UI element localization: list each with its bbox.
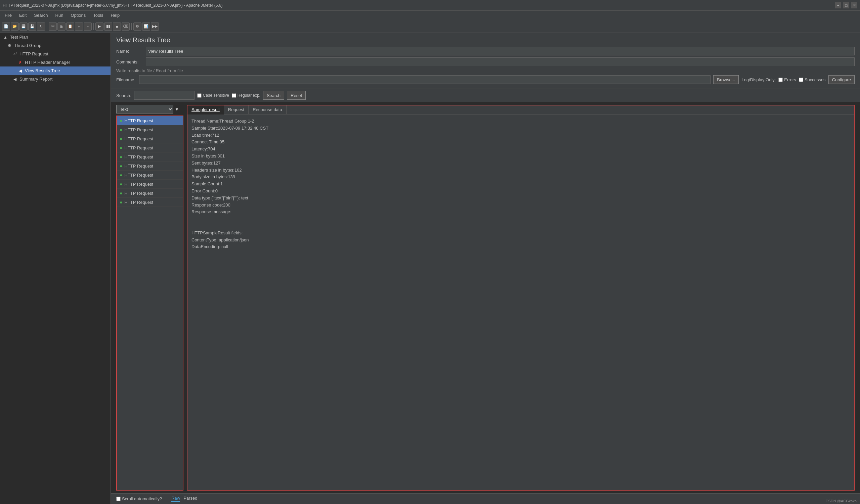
bottom-tab-raw[interactable]: Raw [171, 495, 180, 502]
result-success-icon-5: ● [119, 163, 122, 168]
name-input[interactable] [146, 47, 855, 55]
search-input[interactable] [134, 91, 195, 100]
configure-button[interactable]: Configure [828, 75, 855, 84]
result-item-0[interactable]: ● HTTP Request [117, 116, 183, 125]
toolbar-revert[interactable]: ↻ [37, 23, 45, 31]
result-item-3[interactable]: ● HTTP Request [117, 143, 183, 152]
successes-checkbox[interactable] [799, 77, 803, 82]
toolbar-copy[interactable]: 🗎 [57, 23, 66, 31]
sidebar-item-view-results-tree[interactable]: ◀ View Results Tree [0, 66, 111, 75]
results-list-container: Text HTML JSON XML CSS/JQuery Regexp Tes… [116, 105, 183, 491]
toolbar-collapse[interactable]: − [84, 23, 92, 31]
result-item-8[interactable]: ● HTTP Request [117, 189, 183, 198]
search-label: Search: [116, 93, 131, 98]
errors-checkbox-label[interactable]: Errors [778, 77, 796, 82]
menu-search[interactable]: Search [31, 11, 51, 19]
result-success-icon-6: ● [119, 172, 122, 178]
sidebar: ▲ Test Plan ⚙ Thread Group ✓/ HTTP Reque… [0, 33, 111, 504]
sidebar-item-test-plan[interactable]: ▲ Test Plan [0, 33, 111, 41]
result-item-7[interactable]: ● HTTP Request [117, 180, 183, 189]
text-format-select[interactable]: Text HTML JSON XML CSS/JQuery Regexp Tes… [116, 105, 173, 114]
scroll-automatically-checkbox[interactable] [116, 496, 120, 501]
toolbar-save[interactable]: 💾 [19, 23, 28, 31]
toolbar-remote[interactable]: ▶▶ [151, 23, 159, 31]
result-success-icon-8: ● [119, 190, 122, 196]
result-item-4[interactable]: ● HTTP Request [117, 152, 183, 162]
scroll-automatically-label[interactable]: Scroll automatically? [116, 496, 162, 501]
result-item-9[interactable]: ● HTTP Request [117, 198, 183, 207]
case-sensitive-option[interactable]: Case sensitive [197, 93, 229, 98]
search-button[interactable]: Search [263, 91, 284, 100]
tab-response-data[interactable]: Response data [248, 105, 286, 114]
result-label-6: HTTP Request [124, 173, 153, 178]
toolbar-clear[interactable]: ⌫ [121, 23, 130, 31]
tab-sampler-result[interactable]: Sampler result [187, 105, 224, 115]
view-results-icon: ◀ [17, 69, 23, 73]
bottom-area: Scroll automatically? Raw Parsed [111, 493, 860, 504]
sidebar-item-summary-report[interactable]: ◀ Summary Report [0, 75, 111, 83]
bottom-tabs: Raw Parsed [164, 495, 197, 502]
sidebar-item-label-thread-group: Thread Group [14, 43, 41, 48]
toolbar-paste[interactable]: 📋 [66, 23, 74, 31]
toolbar-chart[interactable]: 📊 [142, 23, 150, 31]
result-success-icon-9: ● [119, 199, 122, 205]
result-success-icon-4: ● [119, 154, 122, 160]
window-controls: − □ ✕ [835, 2, 857, 9]
toolbar-separator-3 [131, 23, 132, 30]
toolbar-new[interactable]: 📄 [2, 23, 10, 31]
menu-help[interactable]: Help [108, 11, 123, 19]
case-sensitive-label: Case sensitive [203, 93, 229, 98]
menu-options[interactable]: Options [67, 11, 89, 19]
panel-title: View Results Tree [116, 36, 855, 44]
toolbar-stop[interactable]: ▮▮ [104, 23, 112, 31]
result-label-3: HTTP Request [124, 145, 153, 150]
comments-input[interactable] [146, 57, 855, 66]
results-list: ● HTTP Request ● HTTP Request ● HTTP Req… [116, 116, 183, 491]
sidebar-item-label-http-header: HTTP Header Manager [25, 60, 70, 65]
toolbar-run[interactable]: ▶ [96, 23, 103, 31]
close-button[interactable]: ✕ [851, 2, 857, 9]
result-item-6[interactable]: ● HTTP Request [117, 171, 183, 180]
result-item-5[interactable]: ● HTTP Request [117, 162, 183, 171]
sidebar-item-http-request[interactable]: ✓/ HTTP Request [0, 50, 111, 58]
toolbar-open[interactable]: 📂 [11, 23, 19, 31]
toolbar-cut[interactable]: ✄ [49, 23, 57, 31]
successes-checkbox-label[interactable]: Successes [799, 77, 826, 82]
result-success-icon-1: ● [119, 127, 122, 132]
menu-file[interactable]: File [1, 11, 15, 19]
result-item-1[interactable]: ● HTTP Request [117, 125, 183, 134]
test-plan-icon: ▲ [3, 35, 8, 40]
toolbar-settings[interactable]: ⚙ [133, 23, 141, 31]
comments-row: Comments: [116, 57, 855, 66]
sidebar-item-thread-group[interactable]: ⚙ Thread Group [0, 41, 111, 50]
menu-edit[interactable]: Edit [16, 11, 30, 19]
menu-run[interactable]: Run [52, 11, 67, 19]
toolbar-expand[interactable]: + [75, 23, 83, 31]
errors-checkbox[interactable] [778, 77, 783, 82]
sidebar-item-http-header-manager[interactable]: ✗ HTTP Header Manager [0, 58, 111, 66]
sidebar-item-label-summary-report: Summary Report [19, 77, 53, 81]
minimize-button[interactable]: − [835, 2, 841, 9]
title-bar: HTTP Request_2023-07-09.jmx (D:\java\apa… [0, 0, 860, 11]
main-layout: ▲ Test Plan ⚙ Thread Group ✓/ HTTP Reque… [0, 33, 860, 504]
tab-request[interactable]: Request [224, 105, 248, 114]
bottom-tab-parsed[interactable]: Parsed [183, 495, 197, 502]
filename-input[interactable] [139, 75, 711, 84]
menu-tools[interactable]: Tools [90, 11, 106, 19]
tab-request-label: Request [228, 107, 244, 112]
result-item-2[interactable]: ● HTTP Request [117, 134, 183, 143]
sidebar-item-label-http-request: HTTP Request [19, 51, 48, 56]
log-display-area: Log/Display Only: Errors Successes Confi… [742, 75, 855, 84]
maximize-button[interactable]: □ [843, 2, 849, 9]
sampler-tabs: Sampler result Request Response data [187, 105, 854, 115]
regular-exp-checkbox[interactable] [232, 93, 236, 98]
regular-exp-label: Regular exp. [238, 93, 260, 98]
browse-button[interactable]: Browse... [713, 75, 739, 84]
result-label-0: HTTP Request [124, 118, 153, 123]
dropdown-arrow-icon: ▼ [175, 107, 179, 112]
reset-button[interactable]: Reset [287, 91, 306, 100]
toolbar-save-as[interactable]: 💾 [28, 23, 36, 31]
regular-exp-option[interactable]: Regular exp. [232, 93, 260, 98]
toolbar-stop2[interactable]: ■ [113, 23, 121, 31]
case-sensitive-checkbox[interactable] [197, 93, 202, 98]
